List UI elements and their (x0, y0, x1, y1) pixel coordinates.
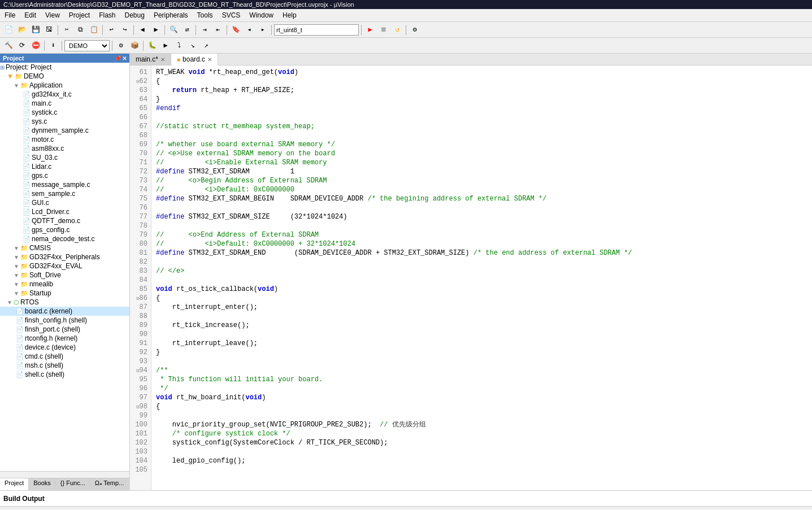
tree-node[interactable]: 📄gd32f4xx_it.c (0, 90, 129, 99)
nav-back-btn[interactable]: ◀ (136, 24, 149, 36)
rebuild-btn[interactable]: ⟳ (16, 40, 28, 52)
replace-btn[interactable]: ⇄ (181, 24, 193, 36)
left-scroll-x[interactable] (0, 471, 129, 478)
collapse-icon[interactable]: ⊟ (136, 79, 139, 85)
tree-node[interactable]: ▼📁CMSIS (0, 243, 129, 252)
settings-btn[interactable]: ⚙ (409, 24, 421, 36)
menu-project[interactable]: Project (64, 10, 94, 20)
bookmark-btn[interactable]: 🔖 (229, 24, 242, 36)
title-bar: C:\Users\Administrator\Desktop\GD32_DEMO… (0, 0, 812, 9)
tree-node[interactable]: 📄finsh_port.c (shell) (0, 325, 129, 334)
paste-btn[interactable]: 📋 (88, 24, 100, 36)
tree-node[interactable]: ▼📁GD32F4xx_Peripherals (0, 252, 129, 261)
tree-node[interactable]: 📄GUI.c (0, 198, 129, 207)
tree-node[interactable]: ▼📁Application (0, 81, 129, 90)
code-content[interactable]: RT_WEAK void *rt_heap_end_get(void){ ret… (151, 66, 812, 490)
tree-node[interactable]: 📄message_sample.c (0, 180, 129, 189)
tree-node[interactable]: 📄motor.c (0, 135, 129, 144)
tree-node[interactable]: ▼📁nmealib (0, 280, 129, 289)
tree-node[interactable]: 📄sem_sample.c (0, 189, 129, 198)
tree-node[interactable]: 📄msh.c (shell) (0, 361, 129, 370)
menu-debug[interactable]: Debug (120, 10, 149, 20)
step-over-btn[interactable]: ⤵ (173, 40, 185, 52)
find-btn[interactable]: 🔍 (167, 24, 180, 36)
collapse-icon[interactable]: ⊟ (136, 296, 139, 302)
tree-node[interactable]: ▼⬡RTOS (0, 298, 129, 307)
tree-node[interactable]: ▼📁DEMO (0, 72, 129, 81)
tree-node[interactable]: 📄shell.c (shell) (0, 370, 129, 379)
nav-fwd-btn[interactable]: ▶ (150, 24, 162, 36)
target-select[interactable]: DEMO (64, 40, 110, 51)
tree-node[interactable]: ⊞Project: Project (0, 63, 129, 72)
tree-node[interactable]: 📄cmd.c (shell) (0, 352, 129, 361)
tree-node[interactable]: 📄main.c (0, 99, 129, 108)
save-btn[interactable]: 💾 (29, 24, 42, 36)
tree-node[interactable]: 📄Lidar.c (0, 162, 129, 171)
menu-view[interactable]: View (41, 10, 64, 20)
tree-node[interactable]: 📄device.c (device) (0, 343, 129, 352)
tree-node[interactable]: 📄gps_config.c (0, 225, 129, 234)
indent-btn[interactable]: ⇥ (198, 24, 211, 36)
new-file-btn[interactable]: 📄 (2, 24, 15, 36)
tree-node[interactable]: 📄dynmem_sample.c (0, 126, 129, 135)
left-tab-project[interactable]: Project (0, 478, 29, 490)
close-panel-icon[interactable]: ✕ (122, 55, 127, 62)
next-bookmark-btn[interactable]: ▸ (257, 24, 269, 36)
tree-node[interactable]: ▼📁GD32F4xx_EVAL (0, 261, 129, 271)
tree-node[interactable]: 📄board.c (kernel) (0, 307, 129, 316)
menu-svcs[interactable]: SVCS (218, 10, 245, 20)
tree-node[interactable]: 📄systick.c (0, 108, 129, 117)
debug-run-btn[interactable]: ▶ (364, 24, 376, 36)
close-tab-board-c[interactable]: ✕ (207, 56, 212, 63)
collapse-icon[interactable]: ⊟ (136, 368, 139, 374)
tree-node[interactable]: 📄nema_decode_test.c (0, 234, 129, 243)
undo-btn[interactable]: ↩ (105, 24, 118, 36)
tree-node[interactable]: 📄SU_03.c (0, 153, 129, 162)
tab-board-c[interactable]: ■ board.c ✕ (171, 54, 218, 66)
left-tab-func[interactable]: {} Func... (56, 478, 90, 490)
tree-node[interactable]: 📄asm88xx.c (0, 144, 129, 153)
run-to-cursor-btn[interactable]: ▶ (159, 40, 172, 52)
debug-stop-btn[interactable]: ⏹ (377, 24, 390, 36)
tree-node[interactable]: ▼📁Soft_Drive (0, 271, 129, 280)
tree-node[interactable]: 📄Lcd_Driver.c (0, 207, 129, 216)
cut-btn[interactable]: ✂ (60, 24, 73, 36)
tree-node[interactable]: 📄gps.c (0, 171, 129, 180)
tree-node[interactable]: 📄sys.c (0, 117, 129, 126)
pin-icon[interactable]: 📌 (114, 55, 121, 62)
code-line: } (156, 95, 807, 104)
open-btn[interactable]: 📂 (16, 24, 28, 36)
unindent-btn[interactable]: ⇤ (212, 24, 224, 36)
menu-flash[interactable]: Flash (94, 10, 120, 20)
download-btn[interactable]: ⬇ (47, 40, 59, 52)
close-tab-main-c[interactable]: ✕ (160, 56, 165, 63)
copy-btn[interactable]: ⧉ (74, 24, 86, 36)
menu-peripherals[interactable]: Peripherals (149, 10, 193, 20)
tree-node[interactable]: ▼📁Startup (0, 289, 129, 298)
prev-bookmark-btn[interactable]: ◂ (243, 24, 255, 36)
menu-window[interactable]: Window (245, 10, 278, 20)
left-tab-temp[interactable]: Ω₄ Temp... (90, 478, 129, 490)
collapse-icon[interactable]: ⊟ (136, 404, 139, 410)
menu-help[interactable]: Help (278, 10, 301, 20)
tree-node[interactable]: 📄finsh_config.h (shell) (0, 316, 129, 325)
build-target-btn[interactable]: 🔨 (2, 40, 15, 52)
debug-reset-btn[interactable]: ↺ (391, 24, 403, 36)
left-tab-books[interactable]: Books (29, 478, 56, 490)
save-all-btn[interactable]: 🖫 (43, 24, 55, 36)
menu-tools[interactable]: Tools (193, 10, 218, 20)
tree-node[interactable]: 📄rtconfig.h (kernel) (0, 334, 129, 343)
manage-components-btn[interactable]: 📦 (128, 40, 141, 52)
menu-edit[interactable]: Edit (20, 10, 41, 20)
debug-session-btn[interactable]: 🐛 (146, 40, 158, 52)
redo-btn[interactable]: ↪ (119, 24, 131, 36)
tree-node[interactable]: 📄QDTFT_demo.c (0, 216, 129, 225)
target-options-btn[interactable]: ⚙ (115, 40, 127, 52)
stop-build-btn[interactable]: ⛔ (29, 40, 42, 52)
step-out-btn[interactable]: ↗ (200, 40, 212, 52)
code-line: #define STM32_EXT_SDRAM_BEGIN SDRAM_DEVI… (156, 194, 807, 203)
target-input[interactable] (274, 24, 359, 36)
tab-main-c[interactable]: main.c* ✕ (130, 54, 171, 65)
step-in-btn[interactable]: ↘ (186, 40, 199, 52)
menu-file[interactable]: File (0, 10, 20, 20)
